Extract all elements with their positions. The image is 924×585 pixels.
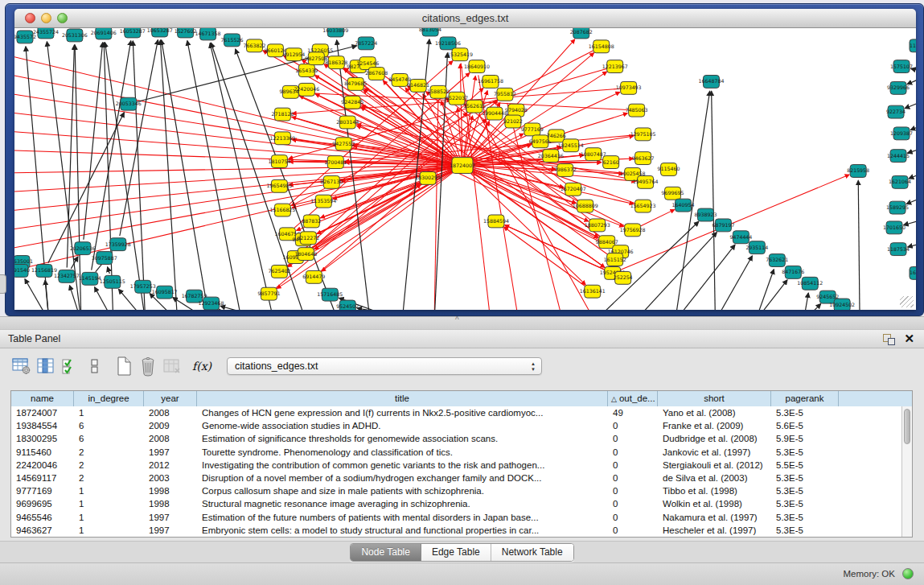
splitter-handle-icon[interactable]: ^ bbox=[455, 316, 459, 324]
panel-divider-grip[interactable] bbox=[0, 274, 6, 294]
graph-node[interactable]: 8471676 bbox=[782, 266, 804, 278]
graph-node[interactable]: 10854112 bbox=[797, 277, 823, 290]
graph-edge[interactable] bbox=[75, 45, 81, 310]
tab-network-table[interactable]: Network Table bbox=[491, 544, 573, 561]
network-window-titlebar[interactable]: citations_edges.txt bbox=[14, 9, 916, 28]
tab-edge-table[interactable]: Edge Table bbox=[421, 544, 491, 561]
table-row[interactable]: 946554611997Estimation of the future num… bbox=[11, 511, 901, 524]
graph-node-hub[interactable]: 18724007 bbox=[450, 158, 475, 174]
graph-node[interactable]: 921022 bbox=[503, 115, 523, 128]
graph-node[interactable]: 9699695 bbox=[662, 187, 684, 200]
graph-node[interactable]: 1244415 bbox=[887, 150, 910, 163]
scrollbar-thumb[interactable] bbox=[904, 409, 910, 444]
graph-node[interactable]: 1701650 bbox=[883, 221, 906, 234]
column-header-title[interactable]: title bbox=[197, 391, 608, 406]
close-panel-icon[interactable]: ✕ bbox=[904, 332, 914, 346]
graph-node[interactable]: 8186328 bbox=[325, 56, 347, 69]
column-visibility-icon[interactable] bbox=[58, 355, 82, 377]
table-row[interactable]: 946362711997Embryonic stem cells: a mode… bbox=[11, 524, 901, 537]
table-row[interactable]: 969969511998Structural magnetic resonanc… bbox=[11, 497, 901, 510]
memory-status-icon[interactable] bbox=[902, 568, 914, 579]
graph-edge[interactable] bbox=[910, 122, 916, 130]
graph-edge[interactable] bbox=[621, 175, 849, 270]
graph-node[interactable]: 6914479 bbox=[302, 270, 325, 283]
graph-node[interactable]: 7625402 bbox=[268, 265, 290, 278]
vertical-scrollbar[interactable] bbox=[901, 406, 912, 537]
column-header-pagerank[interactable]: pagerank bbox=[771, 391, 839, 406]
graph-node[interactable]: 1589295 bbox=[886, 201, 909, 214]
graph-node[interactable]: 9474444 bbox=[729, 231, 752, 244]
graph-node[interactable]: 11353594 bbox=[310, 195, 336, 208]
new-column-icon[interactable] bbox=[112, 355, 136, 377]
column-select-icon[interactable] bbox=[34, 355, 58, 377]
graph-edge[interactable] bbox=[160, 40, 177, 310]
graph-node[interactable]: 8813054 bbox=[419, 28, 441, 36]
row-options-icon[interactable] bbox=[82, 355, 106, 377]
graph-node[interactable]: 18640910 bbox=[464, 60, 490, 73]
graph-node[interactable]: 9146821 bbox=[407, 79, 429, 92]
graph-node[interactable]: 1575107 bbox=[890, 60, 913, 73]
graph-edge[interactable] bbox=[858, 180, 860, 310]
graph-node[interactable]: 16053287 bbox=[120, 28, 146, 38]
graph-node[interactable]: 922734 bbox=[886, 105, 906, 118]
graph-node[interactable]: 1187534 bbox=[887, 243, 910, 256]
graph-edge[interactable] bbox=[803, 293, 808, 310]
graph-edge[interactable] bbox=[220, 306, 273, 310]
graph-node[interactable]: 8938923 bbox=[694, 208, 717, 221]
graph-edge[interactable] bbox=[504, 227, 585, 286]
graph-edge[interactable] bbox=[755, 270, 774, 310]
graph-node[interactable]: 9115460 bbox=[658, 163, 680, 176]
close-window-icon[interactable] bbox=[25, 13, 35, 23]
graph-edge[interactable] bbox=[907, 74, 916, 84]
graph-edge[interactable] bbox=[108, 267, 110, 274]
graph-node[interactable]: 9827508 bbox=[305, 52, 327, 65]
table-row[interactable]: 977716911998Corpus callosum shape and si… bbox=[11, 484, 901, 497]
resize-grip-icon[interactable] bbox=[900, 296, 914, 307]
graph-node[interactable]: 8479685 bbox=[344, 77, 367, 90]
graph-node[interactable]: 12505115 bbox=[100, 275, 125, 288]
graph-edge[interactable] bbox=[133, 41, 145, 310]
graph-edge[interactable] bbox=[92, 41, 131, 270]
graph-edge[interactable] bbox=[120, 40, 158, 236]
graph-edge[interactable] bbox=[712, 91, 716, 310]
horizontal-splitter[interactable]: ^ bbox=[0, 316, 924, 329]
graph-node[interactable]: 887832 bbox=[302, 215, 321, 228]
graph-node[interactable]: 2087682 bbox=[570, 28, 593, 39]
graph-node[interactable]: 1640954 bbox=[672, 199, 695, 212]
graph-node[interactable]: 1804648 bbox=[294, 248, 317, 261]
graph-node[interactable]: 1527602 bbox=[175, 28, 197, 38]
graph-node[interactable]: 16136141 bbox=[580, 285, 606, 298]
graph-edge[interactable] bbox=[14, 166, 454, 193]
column-header-in_degree[interactable]: in_degree bbox=[74, 391, 144, 406]
graph-edge[interactable] bbox=[505, 225, 615, 274]
graph-node[interactable]: 7663822 bbox=[243, 39, 265, 52]
graph-node[interactable]: 8912954 bbox=[282, 48, 305, 61]
graph-node[interactable]: 20531306 bbox=[62, 29, 88, 42]
minimize-window-icon[interactable] bbox=[41, 13, 51, 23]
graph-node[interactable]: 12213369 bbox=[269, 132, 295, 145]
graph-node[interactable]: 7955812 bbox=[494, 88, 516, 101]
graph-node[interactable]: 8215958 bbox=[847, 165, 869, 178]
graph-node[interactable]: 1615152 bbox=[604, 253, 626, 266]
table-row[interactable]: 1938455462009Genome-wide association stu… bbox=[11, 419, 901, 432]
graph-node[interactable]: 8212272 bbox=[297, 232, 319, 245]
table-row[interactable]: 1456911722003Disruption of a novel membe… bbox=[11, 472, 901, 484]
graph-node[interactable]: 9463627 bbox=[632, 152, 655, 165]
graph-node[interactable]: 2803144 bbox=[336, 116, 359, 129]
graph-node[interactable]: 9329966 bbox=[887, 81, 910, 94]
graph-node[interactable]: 1209387 bbox=[890, 127, 913, 140]
graph-node[interactable]: 7857224 bbox=[355, 37, 377, 50]
graph-edge[interactable] bbox=[95, 287, 113, 310]
graph-edge[interactable] bbox=[211, 43, 306, 310]
graph-node[interactable]: 1145194 bbox=[79, 272, 101, 285]
graph-node[interactable]: 15654923 bbox=[630, 200, 656, 212]
zoom-window-icon[interactable] bbox=[57, 13, 68, 23]
graph-edge[interactable] bbox=[187, 41, 242, 310]
citation-network-graph[interactable]: 9435572243557242053130620691406160532871… bbox=[14, 28, 916, 310]
graph-node[interactable]: 8267130 bbox=[320, 175, 343, 188]
graph-edge[interactable] bbox=[14, 167, 454, 253]
function-builder-icon[interactable]: f(x) bbox=[190, 355, 214, 377]
graph-node[interactable]: 1654339 bbox=[295, 64, 318, 77]
graph-node[interactable]: 16648784 bbox=[698, 75, 724, 88]
graph-edge[interactable] bbox=[210, 43, 273, 310]
